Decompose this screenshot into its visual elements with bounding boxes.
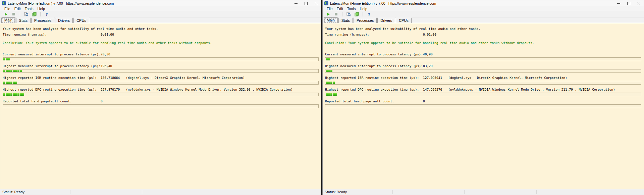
- metric-value: 196,40: [101, 64, 112, 68]
- bar-segment: [8, 93, 10, 96]
- analyze-icon[interactable]: [23, 11, 30, 17]
- metric-value: 40,90: [423, 52, 433, 56]
- maximize-button[interactable]: [301, 0, 311, 6]
- metric-section: Highest reported ISR routine execution t…: [3, 73, 319, 85]
- menu-bar: File Edit Tools Help: [0, 6, 321, 11]
- metric-value: 70,30: [101, 52, 110, 56]
- bar-segment: [10, 93, 12, 96]
- menu-help[interactable]: Help: [35, 7, 47, 11]
- metric-section: Highest reported ISR routine execution t…: [325, 73, 641, 85]
- toolbar-separator: [20, 12, 20, 16]
- minimize-button[interactable]: [291, 0, 301, 6]
- metric-bar: [325, 57, 641, 61]
- bar-segment: [13, 93, 15, 96]
- svg-text:?: ?: [368, 12, 370, 16]
- tab-stats[interactable]: Stats: [16, 18, 31, 23]
- window-titlebar[interactable]: LatencyMon (Home Edition ) v 7.00 - http…: [323, 0, 644, 6]
- metric-label: Highest reported DPC routine execution t…: [3, 88, 101, 91]
- metrics-list: Current measured interrupt to process la…: [325, 49, 641, 108]
- report-icon[interactable]: [31, 11, 38, 17]
- toolbar-separator: [342, 12, 342, 16]
- metric-label: Current measured interrupt to process la…: [3, 52, 101, 56]
- help-icon[interactable]: ?: [366, 11, 372, 17]
- metric-section: Highest reported DPC routine execution t…: [325, 85, 641, 96]
- menu-help[interactable]: Help: [358, 7, 369, 11]
- menu-file[interactable]: File: [325, 7, 335, 11]
- stop-icon[interactable]: [10, 11, 17, 17]
- bar-segment: [328, 58, 330, 60]
- metric-section: Reported total hard pagefault count: 0: [3, 96, 319, 108]
- bar-segment: [20, 70, 22, 72]
- bar-segment: [8, 58, 10, 60]
- tab-processes[interactable]: Processes: [354, 18, 377, 23]
- app-icon: [2, 1, 6, 5]
- bar-segment: [6, 58, 8, 60]
- metric-bar: [3, 81, 319, 85]
- close-button[interactable]: [311, 0, 321, 6]
- metric-value: 127,095041: [423, 76, 442, 80]
- status-bar: Status: Ready: [323, 189, 644, 195]
- menu-tools[interactable]: Tools: [23, 7, 36, 11]
- tab-drivers[interactable]: Drivers: [55, 18, 73, 23]
- metric-label: Highest measured interrupt to process la…: [325, 64, 423, 68]
- time-running-value: 0:01:00: [423, 33, 436, 36]
- menu-tools[interactable]: Tools: [345, 7, 358, 11]
- bar-segment: [20, 93, 22, 96]
- metrics-list: Current measured interrupt to process la…: [3, 49, 319, 108]
- bar-segment: [15, 70, 17, 72]
- window-titlebar[interactable]: LatencyMon (Home Edition ) v 7.00 - http…: [0, 0, 321, 6]
- bar-segment: [335, 93, 337, 96]
- metric-label: Reported total hard pagefault count:: [325, 99, 423, 103]
- metric-bar: [325, 69, 641, 73]
- minimize-button[interactable]: [613, 0, 624, 6]
- tab-drivers[interactable]: Drivers: [377, 18, 395, 23]
- metric-value: 136,718664: [101, 76, 120, 80]
- tab-processes[interactable]: Processes: [31, 18, 54, 23]
- bar-segment: [10, 82, 12, 84]
- toolbar-separator: [40, 12, 41, 16]
- metric-label: Highest reported DPC routine execution t…: [325, 88, 423, 91]
- tab-main[interactable]: Main: [324, 17, 338, 23]
- status-text: Status: Ready: [2, 190, 24, 194]
- play-icon[interactable]: [325, 11, 331, 17]
- bar-segment: [8, 70, 10, 72]
- close-button[interactable]: [634, 0, 644, 6]
- svg-text:?: ?: [46, 12, 48, 16]
- metric-label: Highest reported ISR routine execution t…: [325, 76, 423, 80]
- analyze-icon[interactable]: [345, 11, 352, 17]
- main-panel: Your system has been analyzed for suitab…: [0, 23, 321, 189]
- bar-segment: [15, 93, 17, 96]
- stop-icon[interactable]: [333, 11, 339, 17]
- report-icon[interactable]: [353, 11, 360, 17]
- metric-value: 147,529270: [423, 88, 442, 91]
- latencymon-window: LatencyMon (Home Edition ) v 7.00 - http…: [0, 0, 321, 195]
- bar-segment: [326, 82, 328, 84]
- window-title: LatencyMon (Home Edition ) v 7.00 - http…: [330, 1, 436, 5]
- maximize-button[interactable]: [624, 0, 634, 6]
- time-running-value: 0:01:00: [101, 33, 114, 36]
- metric-bar: [3, 69, 319, 73]
- play-icon[interactable]: [2, 11, 9, 17]
- bar-segment: [326, 58, 328, 60]
- latencymon-window: LatencyMon (Home Edition ) v 7.00 - http…: [322, 0, 644, 195]
- tab-stats[interactable]: Stats: [338, 18, 353, 23]
- bar-segment: [22, 93, 24, 96]
- time-running-label: Time running (h:mm:ss):: [3, 33, 101, 36]
- menu-edit[interactable]: Edit: [12, 7, 23, 11]
- bar-segment: [328, 70, 330, 72]
- tab-cpus[interactable]: CPUs: [73, 18, 89, 23]
- menu-edit[interactable]: Edit: [335, 7, 345, 11]
- metric-value: 83,20: [423, 64, 433, 68]
- status-bar: Status: Ready: [0, 189, 321, 195]
- help-icon[interactable]: ?: [43, 11, 50, 17]
- tab-strip: Main Stats Processes Drivers CPUs: [0, 17, 321, 23]
- bar-segment: [326, 70, 328, 72]
- tab-cpus[interactable]: CPUs: [396, 18, 412, 23]
- conclusion-text: Conclusion: Your system appears to be su…: [3, 41, 319, 45]
- metric-label: Reported total hard pagefault count:: [3, 99, 101, 103]
- metric-section: Current measured interrupt to process la…: [325, 49, 641, 61]
- statusbar-separator: [70, 190, 70, 194]
- tab-main[interactable]: Main: [1, 17, 15, 23]
- menu-file[interactable]: File: [2, 7, 12, 11]
- statusbar-separator: [464, 190, 465, 194]
